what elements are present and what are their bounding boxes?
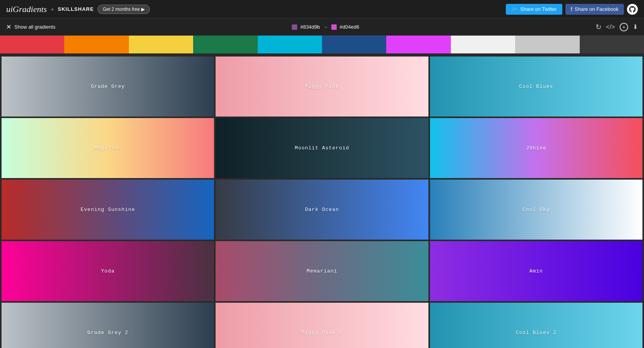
facebook-label: Share on Facebook <box>575 6 618 12</box>
add-button[interactable]: + <box>620 23 628 31</box>
header: uiGradients + SKILLSHARE Get 2 months fr… <box>0 0 644 19</box>
download-icon: ⬇ <box>633 23 638 31</box>
color-tab-cyan[interactable] <box>258 36 322 53</box>
gradient-label: Memariani <box>307 268 337 274</box>
gradient-label: Cool Blues <box>519 84 553 89</box>
gradient-card-yoda[interactable]: Yoda <box>2 241 214 301</box>
logo: uiGradients <box>6 4 47 14</box>
header-right: 🐦 Share on Twitter f Share on Facebook <box>506 4 638 15</box>
add-icon: + <box>620 23 628 31</box>
color-tab-light-gray[interactable] <box>451 36 515 53</box>
gradient-label: Evening Sunshine <box>80 207 135 213</box>
twitter-label: Share on Twitter <box>520 6 557 12</box>
filter-bar: ✕ Show all gradients #834d9b → #d04ed6 ↻… <box>0 19 644 36</box>
gradient-card-cool-blues[interactable]: Cool Blues <box>430 57 642 117</box>
facebook-icon: f <box>571 6 572 12</box>
gradient-card-cool-blues-2[interactable]: Cool Blues 2 <box>430 303 642 348</box>
gradient-card-moonlit-asteroid[interactable]: Moonlit Asteroid <box>216 118 428 178</box>
gradient-card-dark-ocean[interactable]: Dark Ocean <box>216 180 428 240</box>
arrow-between: → <box>323 24 328 30</box>
color2-hex: #d04ed6 <box>340 24 360 30</box>
gradient-card-cool-sky[interactable]: Cool Sky <box>430 180 642 240</box>
color-tab-red[interactable] <box>0 36 64 53</box>
color-tab-blue[interactable] <box>322 36 386 53</box>
gradient-label: JShine <box>526 145 546 151</box>
color-tab-silver[interactable] <box>515 36 579 53</box>
color-tab-green[interactable] <box>193 36 257 53</box>
facebook-share-button[interactable]: f Share on Facebook <box>565 4 624 15</box>
get-free-button[interactable]: Get 2 months free ▶ <box>98 5 149 14</box>
gradient-card-megatron[interactable]: MegaTron <box>2 118 214 178</box>
color-category-bar <box>0 36 644 55</box>
gradient-label: Cool Sky <box>522 207 550 213</box>
filter-actions: ↻ </> + ⬇ <box>596 23 638 31</box>
code-icon: </> <box>606 24 615 31</box>
gradient-card-jshine[interactable]: JShine <box>430 118 642 178</box>
color-display: #834d9b → #d04ed6 <box>292 24 359 30</box>
gradient-label: MegaTron <box>94 145 121 151</box>
gradient-label: Moonlit Asteroid <box>295 145 349 151</box>
code-button[interactable]: </> <box>606 24 615 31</box>
plus-sign: + <box>51 6 54 12</box>
color1-hex: #834d9b <box>300 24 320 30</box>
twitter-share-button[interactable]: 🐦 Share on Twitter <box>506 4 562 15</box>
gradient-label: Piggy Pink <box>305 84 339 89</box>
show-all-gradients[interactable]: ✕ Show all gradients <box>6 23 55 31</box>
gradient-card-piggy-pink[interactable]: Piggy Pink <box>216 57 428 117</box>
refresh-button[interactable]: ↻ <box>596 23 601 31</box>
gradient-card-piggy-pink-2[interactable]: Piggy Pink 2 <box>216 303 428 348</box>
color-tab-magenta[interactable] <box>386 36 450 53</box>
gradient-card-amin[interactable]: Amin <box>430 241 642 301</box>
header-left: uiGradients + SKILLSHARE Get 2 months fr… <box>6 4 150 14</box>
gradient-label: Cool Blues 2 <box>516 330 557 336</box>
gradient-label: Yoda <box>101 268 115 274</box>
gradient-card-evening-sunshine[interactable]: Evening Sunshine <box>2 180 214 240</box>
color-tab-yellow[interactable] <box>129 36 193 53</box>
gradient-label: Amin <box>529 268 543 274</box>
close-icon: ✕ <box>6 23 11 31</box>
gradient-card-grade-grey-2[interactable]: Grade Grey 2 <box>2 303 214 348</box>
gradient-label: Grade Grey 2 <box>87 330 128 336</box>
gradient-grid: Grade GreyPiggy PinkCool BluesMegaTronMo… <box>0 55 644 348</box>
gradient-card-memariani[interactable]: Memariani <box>216 241 428 301</box>
download-button[interactable]: ⬇ <box>633 23 638 31</box>
color-tab-orange[interactable] <box>64 36 128 53</box>
color-tab-dark[interactable] <box>580 36 644 53</box>
gradient-card-grade-grey[interactable]: Grade Grey <box>2 57 214 117</box>
github-icon[interactable] <box>627 4 638 15</box>
gradient-label: Grade Grey <box>91 84 125 89</box>
twitter-icon: 🐦 <box>511 6 518 12</box>
gradient-label: Dark Ocean <box>305 207 339 213</box>
skillshare-label: SKILLSHARE <box>58 6 94 12</box>
show-all-label: Show all gradients <box>14 24 55 30</box>
color1-swatch <box>292 24 297 30</box>
gradient-label: Piggy Pink 2 <box>301 330 343 336</box>
color2-swatch <box>331 24 337 30</box>
